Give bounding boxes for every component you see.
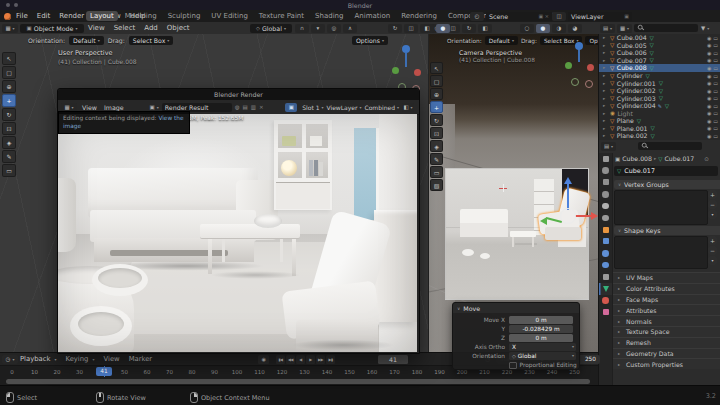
jump-to-end-button[interactable]: ▶▮: [326, 355, 335, 364]
eye-icon[interactable]: ◉: [707, 88, 711, 94]
outliner-item-plane[interactable]: ▸▽Plane▽◉▭: [599, 117, 720, 125]
screen-visibility-icon[interactable]: ▭: [713, 65, 718, 71]
screen-visibility-icon[interactable]: ▭: [713, 42, 718, 48]
screen-visibility-icon[interactable]: ▭: [713, 133, 718, 139]
properties-section-attributes[interactable]: ▸Attributes: [613, 304, 720, 315]
play-button[interactable]: ▶: [306, 355, 315, 364]
eye-icon[interactable]: ◉: [707, 103, 711, 109]
properties-section-custom-properties[interactable]: ▸Custom Properties: [613, 358, 720, 369]
disclosure-triangle-icon[interactable]: ▸: [603, 126, 610, 131]
blender-logo-icon[interactable]: [4, 13, 11, 20]
outliner-item-cylinder-004[interactable]: ▸▽Cylinder.004✎▽◉▭: [599, 102, 720, 110]
render-pass-dropdown[interactable]: Combined▾: [365, 104, 400, 111]
properties-tab-modifiers[interactable]: [599, 236, 612, 248]
cursor-tool[interactable]: ⊕: [430, 88, 443, 100]
gizmos-icon[interactable]: ↻: [462, 24, 476, 33]
outliner-item-cylinder-002[interactable]: ▸▽Cylinder.002▽◉▭: [599, 87, 720, 95]
scrollbar-handle[interactable]: [6, 379, 590, 384]
rotate-tool[interactable]: ↻: [2, 108, 16, 121]
eye-icon[interactable]: ◉: [707, 57, 711, 63]
eye-icon[interactable]: ◉: [707, 95, 711, 101]
add-cube-tool[interactable]: ▧: [430, 179, 443, 191]
measure-tool[interactable]: ▭: [2, 164, 16, 177]
outliner-item-cube-007[interactable]: ▸▽Cube.007▽◉▭: [599, 57, 720, 65]
move-tool[interactable]: +: [430, 101, 443, 113]
timeline-menu-keying[interactable]: Keying ▾: [66, 355, 95, 363]
new-image-icon[interactable]: ▤: [242, 104, 247, 110]
move-z-field[interactable]: 0 m: [509, 334, 573, 342]
viewport-menu-select[interactable]: Select: [114, 24, 136, 32]
display-channels-icon[interactable]: ◧▾: [402, 103, 414, 112]
menubar-menu-file[interactable]: File: [16, 12, 28, 20]
properties-section-uv-maps[interactable]: ▸UV Maps: [613, 272, 720, 283]
annotate-tool[interactable]: ✎: [430, 153, 443, 165]
shape-key-specials-button[interactable]: ▾: [708, 256, 717, 265]
editor-type-timeline-icon[interactable]: ◷▾: [2, 355, 18, 364]
navigation-gizmo[interactable]: [565, 42, 597, 92]
outliner-item-plane-001[interactable]: ▸▽Plane.001▽◉▭: [599, 125, 720, 133]
properties-tab-object-data[interactable]: [599, 283, 612, 295]
proportional-falloff-icon[interactable]: ∧: [343, 24, 357, 33]
render-window[interactable]: Blender Render ▦▾ View Image ▣▾ Render R…: [57, 88, 420, 354]
image-pin-icon[interactable]: ▣: [285, 103, 297, 112]
tweak-tool[interactable]: ↖: [2, 52, 16, 65]
previous-keyframe-button[interactable]: ◀◀: [286, 355, 295, 364]
properties-tab-particles[interactable]: [599, 247, 612, 259]
current-frame-field[interactable]: 41: [378, 355, 408, 364]
measure-tool[interactable]: ▭: [430, 166, 443, 178]
auto-keying-button[interactable]: ◉: [258, 355, 269, 364]
selected-armchair-object[interactable]: [537, 190, 595, 242]
workspace-tab-texture-paint[interactable]: Texture Paint: [255, 11, 308, 21]
workspace-tab-rendering[interactable]: Rendering: [397, 11, 441, 21]
view-menu[interactable]: View: [82, 104, 97, 111]
disclosure-triangle-icon[interactable]: ▸: [603, 103, 610, 108]
properties-tab-texture[interactable]: [599, 306, 612, 318]
move-x-field[interactable]: 0 m: [509, 316, 573, 324]
select-box-tool[interactable]: ▢: [2, 66, 16, 79]
shading-rendered-icon[interactable]: ◕: [568, 24, 582, 33]
disclosure-triangle-icon[interactable]: ▸: [603, 118, 610, 123]
proportional-editing-checkbox[interactable]: [509, 362, 517, 370]
properties-tab-tool[interactable]: [599, 153, 612, 165]
properties-tab-world[interactable]: [599, 212, 612, 224]
xray-icon[interactable]: ◧: [478, 24, 492, 33]
next-keyframe-button[interactable]: ▶▶: [316, 355, 325, 364]
outliner-item-cube-006[interactable]: ▸▽Cube.006▽◉▭: [599, 49, 720, 57]
render-window-titlebar[interactable]: Blender Render: [58, 89, 419, 100]
select-box-tool[interactable]: ▢: [430, 75, 443, 87]
orientation-dropdown[interactable]: Default▾: [69, 36, 104, 45]
disclosure-triangle-icon[interactable]: ▸: [603, 88, 610, 93]
move-panel-header[interactable]: ∨ Move: [453, 303, 579, 313]
pin-icon[interactable]: ⊙: [704, 156, 709, 162]
image-browse-icon[interactable]: ▣▾: [149, 104, 158, 110]
snap-target-icon[interactable]: ▾: [311, 24, 325, 33]
screen-visibility-icon[interactable]: ▭: [713, 95, 718, 101]
overlays-icon[interactable]: ◫: [404, 24, 418, 33]
screen-visibility-icon[interactable]: ▭: [713, 110, 718, 116]
move-y-field[interactable]: -0.028429 m: [509, 325, 573, 333]
outliner-filter-icon[interactable]: ▼▾: [701, 25, 709, 31]
drag-dropdown[interactable]: Select Box▾: [129, 36, 174, 45]
shape-keys-header[interactable]: ∨Shape Keys: [614, 226, 720, 235]
shading-solid-icon[interactable]: ●: [536, 24, 550, 33]
view-layer-name-field[interactable]: ViewLayer▣: [568, 12, 632, 21]
screen-visibility-icon[interactable]: ▭: [713, 88, 718, 94]
play-reverse-button[interactable]: ◀: [296, 355, 305, 364]
workspace-tab-sculpting[interactable]: Sculpting: [164, 11, 205, 21]
disclosure-triangle-icon[interactable]: ▸: [603, 35, 610, 40]
disclosure-triangle-icon[interactable]: ▸: [603, 73, 610, 78]
outliner-item-plane-002[interactable]: ▸▽Plane.002▽◉▭: [599, 132, 720, 140]
transform-tool[interactable]: ◈: [2, 136, 16, 149]
workspace-tab-uv-editing[interactable]: UV Editing: [207, 11, 252, 21]
transform-orientation-dropdown[interactable]: ◇Global▾: [250, 24, 292, 33]
breadcrumb-object[interactable]: Cube.008: [622, 155, 652, 162]
fake-user-icon[interactable]: ◍: [235, 104, 240, 110]
menubar-menu-edit[interactable]: Edit: [37, 12, 51, 20]
render-layer-dropdown[interactable]: ViewLayer▾: [327, 104, 362, 111]
scene-browse-icon[interactable]: ◴: [470, 12, 484, 21]
outliner-item-cylinder-003[interactable]: ▸▽Cylinder.003▽◉▭: [599, 94, 720, 102]
shading-wireframe-icon[interactable]: ○: [520, 24, 534, 33]
axis-ortho-dropdown[interactable]: X▾: [509, 343, 576, 351]
outliner-item-cube-005[interactable]: ▸▽Cube.005▽◉▭: [599, 42, 720, 50]
properties-tab-view-layer[interactable]: [599, 188, 612, 200]
